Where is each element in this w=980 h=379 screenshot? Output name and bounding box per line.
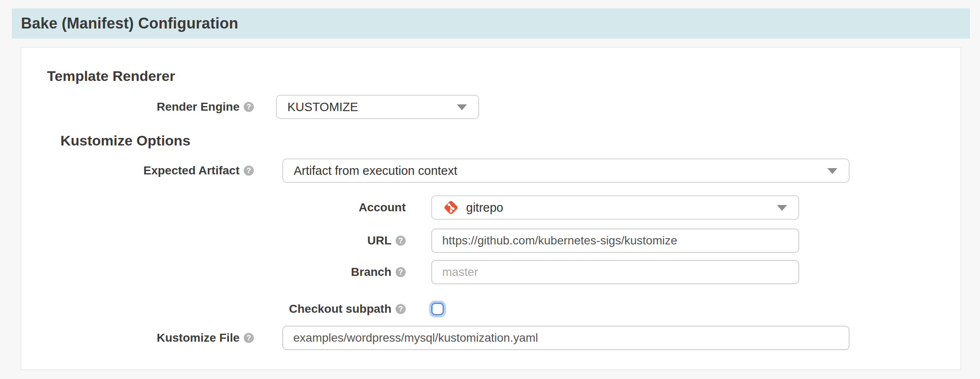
url-label: URL ? [21, 234, 406, 247]
checkout-subpath-checkbox[interactable] [431, 303, 444, 315]
help-icon[interactable]: ? [244, 333, 254, 343]
help-icon[interactable]: ? [396, 236, 406, 246]
chevron-down-icon [457, 104, 467, 110]
git-icon [443, 199, 459, 216]
branch-label: Branch ? [21, 265, 406, 279]
section-heading-template-renderer: Template Renderer [47, 68, 175, 84]
kustomize-file-label: Kustomize File ? [21, 331, 254, 345]
section-heading-kustomize-options: Kustomize Options [60, 132, 190, 149]
checkout-subpath-row: Checkout subpath ? [21, 299, 944, 319]
account-row: Account gitrepo [21, 195, 944, 220]
expected-artifact-select[interactable]: Artifact from execution context [282, 158, 850, 183]
kustomize-file-row: Kustomize File ? [21, 326, 944, 350]
help-icon[interactable]: ? [244, 102, 254, 112]
checkout-subpath-label: Checkout subpath ? [21, 302, 406, 316]
expected-artifact-row: Expected Artifact ? Artifact from execut… [21, 158, 944, 183]
help-icon[interactable]: ? [244, 166, 254, 176]
branch-input[interactable] [431, 260, 799, 284]
page-title: Bake (Manifest) Configuration [21, 15, 238, 32]
branch-row: Branch ? [21, 260, 944, 284]
render-engine-label: Render Engine ? [21, 100, 254, 114]
expected-artifact-label: Expected Artifact ? [21, 164, 254, 177]
chevron-down-icon [827, 168, 837, 174]
chevron-down-icon [777, 205, 787, 211]
stage-config-header: Bake (Manifest) Configuration [12, 8, 970, 39]
account-select[interactable]: gitrepo [431, 195, 799, 220]
kustomize-file-input[interactable] [282, 326, 850, 350]
render-engine-select[interactable]: KUSTOMIZE [276, 95, 479, 119]
stage-config-card: Template Renderer Render Engine ? KUSTOM… [21, 47, 961, 370]
account-label: Account [21, 201, 406, 214]
url-input[interactable] [431, 228, 799, 253]
help-icon[interactable]: ? [396, 267, 406, 277]
render-engine-row: Render Engine ? KUSTOMIZE [21, 95, 944, 119]
url-row: URL ? [21, 228, 944, 253]
help-icon[interactable]: ? [396, 304, 406, 314]
